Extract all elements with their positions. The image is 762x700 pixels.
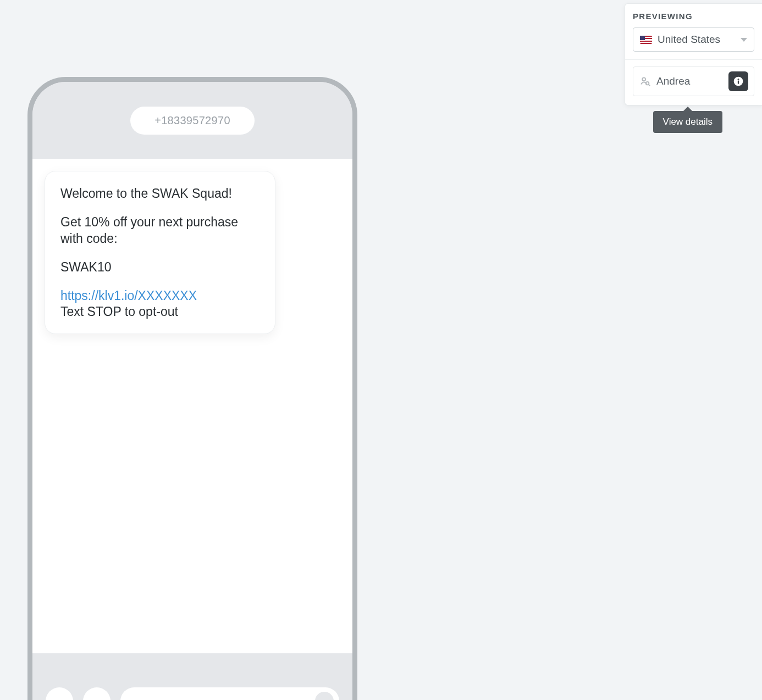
footer-action-circle [46,687,73,700]
sms-message-bubble: Welcome to the SWAK Squad! Get 10% off y… [45,171,275,334]
message-optout: Text STOP to opt-out [60,304,178,319]
message-code: SWAK10 [60,259,259,276]
svg-point-1 [646,82,649,85]
footer-action-circle [83,687,111,700]
sender-phone-number: +18339572970 [130,107,255,135]
info-icon [733,76,744,87]
footer-send-dot [315,692,334,700]
svg-line-2 [649,85,650,86]
preview-title: PREVIEWING [633,12,754,21]
view-details-button[interactable] [728,71,748,91]
flag-us-icon [640,36,652,44]
user-search-icon [639,75,651,87]
phone-header: +18339572970 [32,82,352,159]
message-offer: Get 10% off your next purchase with code… [60,214,259,247]
svg-rect-5 [738,81,739,84]
message-greeting: Welcome to the SWAK Squad! [60,186,259,202]
chevron-down-icon [741,38,747,42]
view-details-tooltip: View details [653,111,722,133]
tooltip-text: View details [663,116,713,127]
user-select[interactable]: Andrea [633,66,754,96]
message-link[interactable]: https://klv1.io/XXXXXXX [60,288,197,303]
svg-point-4 [738,79,739,80]
phone-mockup: +18339572970 Welcome to the SWAK Squad! … [27,77,357,700]
country-label: United States [658,34,720,46]
footer-input-placeholder [120,687,339,700]
preview-panel: PREVIEWING United States Andrea [625,3,762,105]
phone-footer [32,671,352,700]
svg-point-0 [642,77,645,81]
divider [625,59,762,60]
user-label: Andrea [656,75,690,87]
country-select[interactable]: United States [633,27,754,52]
phone-body: Welcome to the SWAK Squad! Get 10% off y… [32,159,352,653]
